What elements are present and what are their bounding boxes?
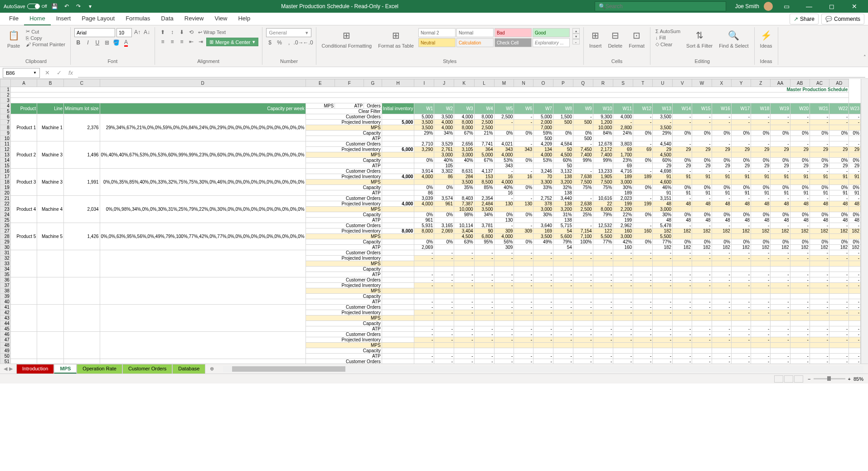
cell[interactable]: 2,069 <box>434 228 454 234</box>
cell[interactable]: - <box>692 283 712 288</box>
cell[interactable]: - <box>494 332 514 337</box>
cell[interactable] <box>829 343 849 348</box>
cell[interactable]: - <box>849 256 861 261</box>
cell[interactable]: - <box>790 283 810 288</box>
cell[interactable] <box>810 288 829 294</box>
cell[interactable]: 0% <box>633 185 653 190</box>
cell[interactable]: - <box>849 305 861 310</box>
cell[interactable]: - <box>553 299 573 305</box>
cell[interactable] <box>712 261 731 267</box>
cell[interactable]: - <box>771 120 790 125</box>
cell[interactable] <box>454 163 475 169</box>
cell[interactable] <box>533 288 553 294</box>
filter-atp[interactable]: ATP <box>335 103 364 109</box>
cell[interactable]: - <box>573 141 593 147</box>
style-neutral[interactable]: Neutral <box>418 38 456 47</box>
cell[interactable] <box>751 136 771 141</box>
cell[interactable]: 48 <box>712 218 731 223</box>
cell[interactable]: - <box>810 256 829 261</box>
cell[interactable] <box>474 316 494 321</box>
cell[interactable]: 0% <box>414 239 434 245</box>
cell[interactable]: - <box>810 310 829 316</box>
tab-formulas[interactable]: Formulas <box>120 12 155 25</box>
col-header[interactable]: E <box>305 79 335 87</box>
cell[interactable]: - <box>434 326 454 332</box>
cell[interactable]: - <box>810 114 829 120</box>
cell[interactable]: - <box>474 299 494 305</box>
cell[interactable]: 182 <box>712 228 731 234</box>
cell[interactable] <box>474 321 494 326</box>
cell[interactable]: - <box>849 310 861 316</box>
align-top-icon[interactable]: ⬆ <box>159 28 167 36</box>
cell[interactable]: 5,931 <box>414 223 434 228</box>
cut-button[interactable]: ✂ Cut <box>24 28 67 35</box>
cell[interactable]: - <box>613 283 633 288</box>
cell[interactable] <box>553 267 573 272</box>
cell[interactable]: - <box>712 354 731 359</box>
cell[interactable]: - <box>829 256 849 261</box>
cell[interactable]: 3,440 <box>553 196 573 201</box>
cell[interactable]: 0% <box>790 239 810 245</box>
cell[interactable]: 85% <box>474 185 494 190</box>
cell[interactable]: - <box>829 120 849 125</box>
cell[interactable]: - <box>494 310 514 316</box>
cell[interactable]: 3,151 <box>653 196 673 201</box>
cell[interactable]: - <box>771 223 790 228</box>
cell[interactable]: 54 <box>553 245 573 250</box>
cell[interactable]: 90 <box>474 228 494 234</box>
cell[interactable]: - <box>613 359 633 364</box>
page-layout-view-icon[interactable] <box>784 375 793 383</box>
orientation-icon[interactable]: ⟲ <box>187 28 195 36</box>
maximize-icon[interactable]: ◻ <box>823 0 841 13</box>
cell[interactable]: 3,039 <box>414 196 434 201</box>
cell[interactable]: - <box>790 305 810 310</box>
cell[interactable]: - <box>849 299 861 305</box>
cell[interactable] <box>712 267 731 272</box>
align-middle-icon[interactable]: ↕ <box>168 28 176 36</box>
cell[interactable] <box>573 348 593 354</box>
cell[interactable]: 56% <box>494 239 514 245</box>
col-header[interactable]: Q <box>573 79 593 87</box>
cell[interactable]: 343 <box>514 147 533 152</box>
cell[interactable]: 182 <box>673 228 692 234</box>
cell[interactable]: 0% <box>849 185 861 190</box>
cell[interactable]: 99% <box>573 158 593 163</box>
col-header[interactable]: R <box>593 79 613 87</box>
cell[interactable]: - <box>613 310 633 316</box>
cell[interactable]: - <box>633 332 653 337</box>
cell[interactable] <box>514 288 533 294</box>
cell[interactable] <box>494 294 514 299</box>
cell[interactable]: 63% <box>454 239 475 245</box>
cell[interactable]: 7,400 <box>573 152 593 158</box>
cell[interactable]: - <box>712 223 731 228</box>
cell[interactable]: 2,752 <box>533 196 553 201</box>
cell[interactable]: 2,962 <box>613 223 633 228</box>
col-header[interactable]: Y <box>731 79 751 87</box>
cell[interactable] <box>514 261 533 267</box>
cell[interactable]: - <box>474 272 494 277</box>
cell[interactable]: - <box>533 272 553 277</box>
cell[interactable]: - <box>514 223 533 228</box>
cell[interactable]: 0% <box>751 185 771 190</box>
cell[interactable]: - <box>673 272 692 277</box>
cell[interactable]: - <box>751 326 771 332</box>
cell[interactable] <box>613 348 633 354</box>
cell[interactable]: - <box>771 196 790 201</box>
cell[interactable] <box>653 348 673 354</box>
cell[interactable] <box>553 136 573 141</box>
cell[interactable] <box>454 348 475 354</box>
cell[interactable]: - <box>771 332 790 337</box>
cell[interactable] <box>533 316 553 321</box>
cell[interactable] <box>494 343 514 348</box>
cell[interactable] <box>553 343 573 348</box>
cell[interactable] <box>712 125 731 131</box>
font-color-icon[interactable]: A <box>122 39 130 47</box>
cell[interactable]: - <box>731 250 751 256</box>
col-header[interactable]: M <box>494 79 514 87</box>
cell[interactable]: 100% <box>573 239 593 245</box>
cell[interactable]: 29 <box>790 147 810 152</box>
cell[interactable]: 2,484 <box>474 201 494 207</box>
cell[interactable]: - <box>494 359 514 364</box>
cell[interactable]: 67% <box>474 158 494 163</box>
cell[interactable]: 7,500 <box>573 180 593 185</box>
